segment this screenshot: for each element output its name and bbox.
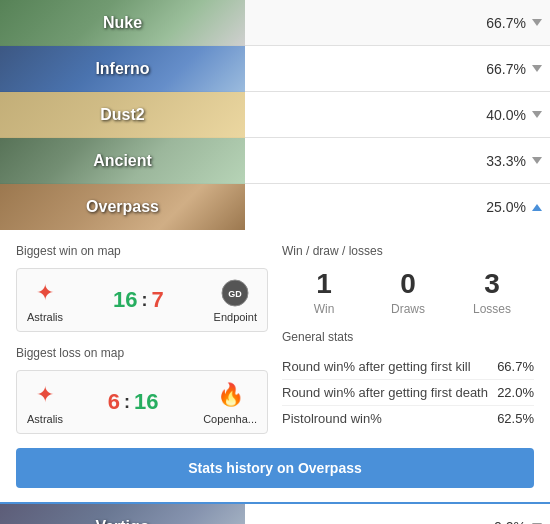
- chevron-down-icon: [532, 111, 542, 118]
- map-row[interactable]: Ancient 33.3%: [0, 138, 550, 184]
- biggest-loss-card: ✦ Astralis 6 : 16 🔥 Copenha...: [16, 370, 268, 434]
- team2-col-loss: 🔥 Copenha...: [203, 379, 257, 425]
- map-name: Overpass: [86, 198, 159, 216]
- map-pct: 25.0%: [486, 199, 526, 215]
- loss-score-block: 6 : 16: [71, 389, 195, 415]
- stat-row-2: Round win% after getting first death 22.…: [282, 380, 534, 406]
- stat-label-1: Round win% after getting first kill: [282, 359, 471, 374]
- map-banner-vertigo: Vertigo: [0, 504, 245, 525]
- map-name: Nuke: [103, 14, 142, 32]
- general-stats-section: General stats Round win% after getting f…: [282, 330, 534, 431]
- map-name: Inferno: [95, 60, 149, 78]
- map-row[interactable]: Dust2 40.0%: [0, 92, 550, 138]
- wdl-section: Win / draw / losses 1 Win 0 Draws 3 Loss: [282, 244, 534, 316]
- losses-count: 3: [450, 268, 534, 300]
- map-row-overpass[interactable]: Overpass 25.0%: [0, 184, 550, 230]
- endpoint-logo: GD: [219, 277, 251, 309]
- win-score1: 16: [113, 287, 137, 313]
- left-panel: Biggest win on map ✦ Astralis 16 : 7: [16, 244, 268, 434]
- losses-label: Losses: [450, 302, 534, 316]
- astralis-logo: ✦: [29, 277, 61, 309]
- map-row-vertigo[interactable]: Vertigo 0.0%: [0, 504, 550, 524]
- map-banner-inferno: Inferno: [0, 46, 245, 92]
- map-name: Vertigo: [95, 518, 149, 525]
- map-stat-ancient: 33.3%: [245, 153, 550, 169]
- biggest-loss-title: Biggest loss on map: [16, 346, 268, 360]
- team2-name: Endpoint: [214, 311, 257, 323]
- copenha-logo: 🔥: [214, 379, 246, 411]
- chevron-down-icon: [532, 65, 542, 72]
- map-stat-vertigo: 0.0%: [245, 519, 550, 525]
- draws-count: 0: [366, 268, 450, 300]
- map-stat-nuke: 66.7%: [245, 15, 550, 31]
- wdl-row: 1 Win 0 Draws 3 Losses: [282, 268, 534, 316]
- loss-score2: 16: [134, 389, 158, 415]
- map-pct: 40.0%: [486, 107, 526, 123]
- map-stat-overpass: 25.0%: [245, 199, 550, 215]
- draws-label: Draws: [366, 302, 450, 316]
- chevron-up-icon: [532, 204, 542, 211]
- team1-col: ✦ Astralis: [27, 277, 63, 323]
- loss-score1: 6: [108, 389, 120, 415]
- map-name: Ancient: [93, 152, 152, 170]
- map-pct: 0.0%: [494, 519, 526, 525]
- map-row[interactable]: Inferno 66.7%: [0, 46, 550, 92]
- biggest-win-card: ✦ Astralis 16 : 7 GD: [16, 268, 268, 332]
- losses-item: 3 Losses: [450, 268, 534, 316]
- chevron-down-icon: [532, 19, 542, 26]
- team2-name-loss: Copenha...: [203, 413, 257, 425]
- stats-history-button[interactable]: Stats history on Overpass: [16, 448, 534, 488]
- map-pct: 66.7%: [486, 61, 526, 77]
- team1-col-loss: ✦ Astralis: [27, 379, 63, 425]
- general-stats-title: General stats: [282, 330, 534, 344]
- astralis-logo-loss: ✦: [29, 379, 61, 411]
- map-pct: 66.7%: [486, 15, 526, 31]
- biggest-win-section: Biggest win on map ✦ Astralis 16 : 7: [16, 244, 268, 332]
- win-count: 1: [282, 268, 366, 300]
- biggest-win-title: Biggest win on map: [16, 244, 268, 258]
- svg-text:GD: GD: [229, 289, 243, 299]
- map-list: Nuke 66.7% Inferno 66.7% Dust2 40.0% Anc…: [0, 0, 550, 524]
- map-banner-overpass: Overpass: [0, 184, 245, 230]
- stat-row-1: Round win% after getting first kill 66.7…: [282, 354, 534, 380]
- stat-value-1: 66.7%: [497, 359, 534, 374]
- stat-label-2: Round win% after getting first death: [282, 385, 488, 400]
- win-label: Win: [282, 302, 366, 316]
- right-panel: Win / draw / losses 1 Win 0 Draws 3 Loss: [282, 244, 534, 434]
- win-score-block: 16 : 7: [71, 287, 206, 313]
- draws-item: 0 Draws: [366, 268, 450, 316]
- wdl-title: Win / draw / losses: [282, 244, 534, 258]
- team1-name: Astralis: [27, 311, 63, 323]
- biggest-loss-section: Biggest loss on map ✦ Astralis 6 : 16 🔥: [16, 346, 268, 434]
- win-item: 1 Win: [282, 268, 366, 316]
- map-stat-inferno: 66.7%: [245, 61, 550, 77]
- map-banner-ancient: Ancient: [0, 138, 245, 184]
- win-score2: 7: [151, 287, 163, 313]
- team2-col: GD Endpoint: [214, 277, 257, 323]
- stat-value-3: 62.5%: [497, 411, 534, 426]
- stat-value-2: 22.0%: [497, 385, 534, 400]
- score-separator: :: [141, 290, 147, 311]
- map-pct: 33.3%: [486, 153, 526, 169]
- map-banner-nuke: Nuke: [0, 0, 245, 46]
- overpass-expanded-panel: Biggest win on map ✦ Astralis 16 : 7: [0, 230, 550, 504]
- map-name: Dust2: [100, 106, 144, 124]
- map-stat-dust2: 40.0%: [245, 107, 550, 123]
- map-row[interactable]: Nuke 66.7%: [0, 0, 550, 46]
- stat-row-3: Pistolround win% 62.5%: [282, 406, 534, 431]
- team1-name-loss: Astralis: [27, 413, 63, 425]
- map-banner-dust2: Dust2: [0, 92, 245, 138]
- chevron-down-icon: [532, 157, 542, 164]
- stat-label-3: Pistolround win%: [282, 411, 382, 426]
- score-separator-loss: :: [124, 392, 130, 413]
